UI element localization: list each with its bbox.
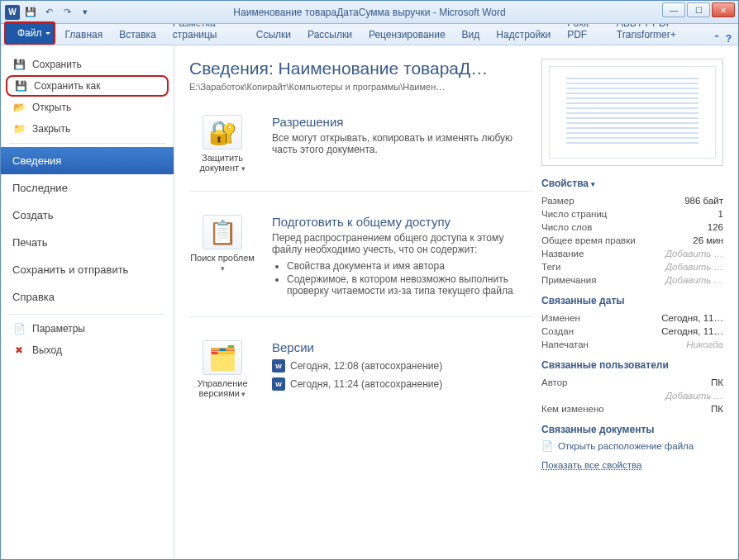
help-icon[interactable]: ? — [726, 33, 732, 45]
date-row[interactable]: НапечатанНикогда — [541, 338, 723, 351]
folder-open-icon: 📂 — [12, 101, 26, 114]
tab-file[interactable]: Файл — [4, 21, 55, 45]
options-icon: 📄 — [12, 322, 26, 335]
backstage-nav: 💾Сохранить 💾Сохранить как 📂Открыть 📁Закр… — [1, 45, 174, 559]
backstage-main: Сведения: Наименование товараД… E:\Зараб… — [174, 45, 738, 559]
versions-icon: 🗂️ — [203, 340, 242, 375]
backstage: 💾Сохранить 💾Сохранить как 📂Открыть 📁Закр… — [1, 45, 738, 559]
add-author[interactable]: Добавить … — [541, 389, 723, 402]
share-lead: Перед распространением общего доступа к … — [272, 232, 533, 255]
titlebar: W 💾 ↶ ↷ ▾ Наименование товараДатаСумма в… — [1, 1, 738, 24]
open-file-location[interactable]: 📄Открыть расположение файла — [541, 440, 723, 452]
ribbon-minimize-icon[interactable]: ⌃ — [713, 33, 721, 45]
document-icon: 📄 — [541, 440, 553, 452]
related-docs-heading: Связанные документы — [541, 424, 723, 435]
qat-undo-icon[interactable]: ↶ — [41, 4, 57, 21]
versions-section: 🗂️ Управление версиями Версии WСегодня, … — [189, 340, 533, 416]
save-as-icon: 💾 — [14, 79, 27, 93]
protect-document-button[interactable]: 🔐 Защитить документ — [189, 115, 255, 173]
nav-separator — [9, 143, 165, 144]
share-bullet: Содержимое, в котором невозможно выполни… — [287, 273, 533, 297]
window-controls: — ☐ ✕ — [662, 2, 735, 17]
nav-new[interactable]: Создать — [1, 202, 174, 229]
lock-icon: 🔐 — [203, 115, 242, 149]
prepare-share-section: 📋 Поиск проблем Подготовить к общему дос… — [189, 215, 533, 317]
tab-references[interactable]: Ссылки — [248, 25, 299, 45]
tab-home[interactable]: Главная — [57, 25, 112, 45]
nav-save-send[interactable]: Сохранить и отправить — [1, 256, 174, 283]
window-title: Наименование товараДатаСумма выручки - M… — [1, 7, 738, 18]
tab-addins[interactable]: Надстройки — [488, 25, 559, 45]
modified-by-row: Кем измененоПК — [541, 402, 723, 415]
nav-close[interactable]: 📁Закрыть — [1, 118, 174, 140]
nav-save[interactable]: 💾Сохранить — [1, 54, 174, 75]
version-entry[interactable]: WСегодня, 12:08 (автосохранение) — [272, 359, 533, 373]
exit-icon: ✖ — [12, 344, 26, 357]
qat-save-icon[interactable]: 💾 — [22, 4, 39, 21]
share-bullet: Свойства документа и имя автора — [287, 260, 533, 272]
properties-heading[interactable]: Свойства — [541, 178, 723, 189]
nav-options[interactable]: 📄Параметры — [1, 318, 174, 339]
users-heading: Связанные пользователи — [541, 359, 723, 371]
tab-insert[interactable]: Вставка — [111, 25, 164, 45]
dates-heading: Связанные даты — [541, 295, 723, 306]
nav-open[interactable]: 📂Открыть — [1, 97, 174, 118]
check-issues-button[interactable]: 📋 Поиск проблем — [189, 215, 255, 298]
info-path: E:\Заработок\Копирайт\Компьютеры и прогр… — [189, 82, 533, 92]
property-row: Общее время правки26 мин — [541, 234, 723, 247]
property-row[interactable]: ПримечанияДобавить … — [541, 273, 723, 287]
permissions-section: 🔐 Защитить документ Разрешения Все могут… — [189, 115, 533, 192]
date-row: ИзмененСегодня, 11… — [541, 311, 723, 325]
document-thumbnail[interactable] — [541, 59, 723, 166]
property-row: Размер986 байт — [541, 194, 723, 207]
permissions-heading: Разрешения — [272, 115, 533, 129]
property-row: Число слов126 — [541, 221, 723, 234]
ribbon-tabs: Файл Главная Вставка Разметка страницы С… — [1, 24, 738, 45]
info-pane: Сведения: Наименование товараД… E:\Зараб… — [189, 59, 533, 551]
tab-mailings[interactable]: Рассылки — [299, 25, 360, 45]
nav-save-as[interactable]: 💾Сохранить как — [6, 75, 169, 97]
maximize-button[interactable]: ☐ — [687, 2, 710, 17]
property-row: Число страниц1 — [541, 207, 723, 221]
show-all-properties[interactable]: Показать все свойства — [541, 460, 641, 470]
nav-print[interactable]: Печать — [1, 229, 174, 256]
nav-info[interactable]: Сведения — [1, 147, 174, 174]
word-doc-icon: W — [272, 377, 285, 391]
folder-close-icon: 📁 — [12, 122, 26, 135]
inspect-icon: 📋 — [203, 215, 242, 249]
tab-review[interactable]: Рецензирование — [360, 25, 454, 45]
author-row: АвторПК — [541, 376, 723, 389]
qat-more-icon[interactable]: ▾ — [77, 4, 93, 21]
app-icon[interactable]: W — [4, 4, 21, 21]
manage-versions-button[interactable]: 🗂️ Управление версиями — [189, 340, 255, 398]
tab-view[interactable]: Вид — [454, 25, 489, 45]
permissions-text: Все могут открывать, копировать и изменя… — [272, 132, 533, 155]
minimize-button[interactable]: — — [662, 2, 685, 17]
nav-help[interactable]: Справка — [1, 283, 174, 311]
share-heading: Подготовить к общему доступу — [272, 215, 533, 229]
nav-recent[interactable]: Последние — [1, 174, 174, 202]
qat-redo-icon[interactable]: ↷ — [59, 4, 75, 21]
properties-pane: Свойства Размер986 байтЧисло страниц1Чис… — [541, 59, 723, 551]
property-row[interactable]: ТегиДобавить … — [541, 260, 723, 273]
quick-access-toolbar: W 💾 ↶ ↷ ▾ — [1, 4, 93, 21]
word-doc-icon: W — [272, 359, 285, 373]
close-button[interactable]: ✕ — [712, 2, 735, 17]
save-icon: 💾 — [12, 58, 26, 71]
version-entry[interactable]: WСегодня, 11:24 (автосохранение) — [272, 377, 533, 391]
property-row[interactable]: НазваниеДобавить … — [541, 247, 723, 260]
info-heading: Сведения: Наименование товараД… — [189, 59, 533, 78]
nav-separator — [9, 314, 165, 315]
versions-heading: Версии — [272, 340, 533, 354]
date-row: СозданСегодня, 11… — [541, 325, 723, 338]
nav-exit[interactable]: ✖Выход — [1, 339, 174, 361]
